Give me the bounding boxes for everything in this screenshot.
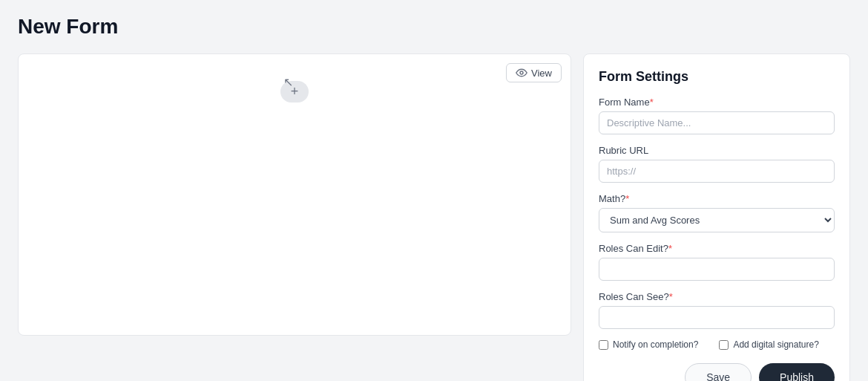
roles-see-group: Roles Can See?*	[599, 291, 835, 329]
svg-point-0	[520, 71, 523, 74]
content-area: ↖ + View Form Settings Form Name*	[18, 53, 850, 381]
digital-sig-checkbox-label[interactable]: Add digital signature?	[719, 339, 818, 350]
form-canvas: ↖ + View	[18, 53, 571, 336]
digital-sig-checkbox[interactable]	[719, 340, 729, 350]
view-button[interactable]: View	[506, 63, 562, 82]
plus-icon: +	[291, 84, 299, 100]
roles-see-input[interactable]	[599, 306, 835, 329]
save-button[interactable]: Save	[685, 363, 752, 381]
form-name-label: Form Name*	[599, 97, 835, 108]
eye-icon	[516, 67, 527, 79]
rubric-url-group: Rubric URL	[599, 145, 835, 183]
roles-edit-group: Roles Can Edit?*	[599, 243, 835, 281]
rubric-url-label: Rubric URL	[599, 145, 835, 156]
roles-edit-label: Roles Can Edit?*	[599, 243, 835, 254]
form-name-input[interactable]	[599, 111, 835, 134]
digital-sig-label: Add digital signature?	[733, 339, 818, 350]
settings-title: Form Settings	[599, 69, 835, 85]
roles-edit-input[interactable]	[599, 258, 835, 281]
checkboxes-row: Notify on completion? Add digital signat…	[599, 339, 835, 350]
settings-panel: Form Settings Form Name* Rubric URL Math…	[583, 53, 850, 381]
rubric-url-input[interactable]	[599, 160, 835, 183]
notify-label: Notify on completion?	[613, 339, 698, 350]
notify-checkbox[interactable]	[599, 340, 608, 350]
actions-row: Save Publish	[599, 363, 835, 381]
notify-checkbox-label[interactable]: Notify on completion?	[599, 339, 698, 350]
page-title: New Form	[18, 15, 850, 39]
add-field-button[interactable]: +	[280, 81, 309, 102]
view-button-label: View	[531, 68, 552, 79]
publish-button[interactable]: Publish	[759, 363, 835, 381]
math-select[interactable]: Sum and Avg Scores Sum Only Avg Only Non…	[599, 208, 835, 232]
math-label: Math?*	[599, 193, 835, 204]
form-name-group: Form Name*	[599, 97, 835, 134]
math-group: Math?* Sum and Avg Scores Sum Only Avg O…	[599, 193, 835, 232]
roles-see-label: Roles Can See?*	[599, 291, 835, 302]
